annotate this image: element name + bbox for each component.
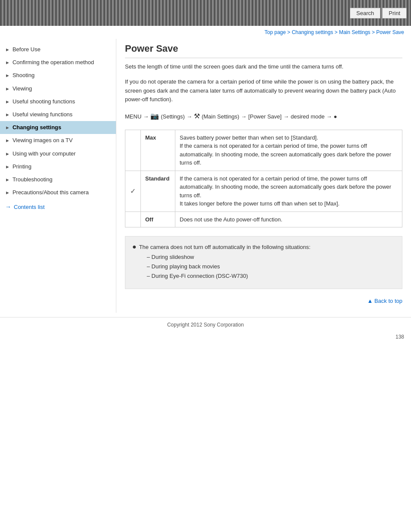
chevron-right-icon: ► (5, 112, 10, 118)
settings-table: Max Saves battery power better than when… (125, 130, 402, 228)
main-layout: ► Before Use ► Confirming the operation … (0, 39, 411, 313)
content-area: Power Save Sets the length of time until… (116, 39, 411, 313)
description-1: Sets the length of time until the screen… (125, 62, 402, 72)
table-row-standard: ✓ Standard If the camera is not operated… (125, 171, 402, 212)
list-item: During playing back movies (147, 262, 311, 271)
contents-list-link[interactable]: → Contents list (0, 199, 116, 215)
print-button[interactable]: Print (382, 8, 407, 19)
chevron-right-icon: ► (5, 86, 10, 92)
chevron-right-icon: ► (5, 47, 10, 53)
table-cell-name-max: Max (141, 130, 175, 171)
breadcrumb: Top page > Changing settings > Main Sett… (0, 26, 411, 39)
sidebar-item-using-computer[interactable]: ► Using with your computer (0, 147, 116, 160)
footer: Copyright 2012 Sony Corporation (0, 317, 411, 332)
table-cell-name-off: Off (141, 212, 175, 227)
copyright: Copyright 2012 Sony Corporation (167, 322, 244, 328)
sidebar-item-useful-shooting[interactable]: ► Useful shooting functions (0, 95, 116, 108)
chevron-right-icon: ► (5, 124, 10, 131)
sidebar: ► Before Use ► Confirming the operation … (0, 39, 116, 313)
table-cell-icon-standard: ✓ (125, 171, 141, 212)
breadcrumb-top-page[interactable]: Top page (265, 29, 286, 35)
chevron-right-icon: ► (5, 177, 10, 183)
sidebar-item-before-use[interactable]: ► Before Use (0, 43, 116, 56)
chevron-right-icon: ► (5, 190, 10, 196)
chevron-right-icon: ► (5, 151, 10, 157)
header-buttons: Search Print (350, 8, 407, 19)
sidebar-item-precautions[interactable]: ► Precautions/About this camera (0, 186, 116, 199)
table-row-off: Off Does not use the Auto power-off func… (125, 212, 402, 227)
breadcrumb-power-save[interactable]: Power Save (376, 29, 404, 35)
list-item: During slideshow (147, 252, 311, 262)
sidebar-item-changing-settings[interactable]: ► Changing settings (0, 121, 116, 134)
table-cell-desc-max: Saves battery power better than when set… (175, 130, 402, 171)
chevron-right-icon: ► (5, 99, 10, 105)
list-item: During Eye-Fi connection (DSC-W730) (147, 271, 311, 281)
back-to-top-link[interactable]: ▲ Back to top (367, 298, 402, 304)
sidebar-item-troubleshooting[interactable]: ► Troubleshooting (0, 173, 116, 186)
chevron-right-icon: ► (5, 72, 10, 79)
note-box: ● The camera does not turn off automatic… (125, 236, 402, 289)
note-sub-list: During slideshow During playing back mov… (147, 252, 311, 281)
menu-path: MENU → 📷 (Settings) → ⚒ (Main Settings) … (125, 110, 402, 123)
page-title: Power Save (125, 43, 402, 58)
arrow-right-icon: → (5, 203, 11, 210)
breadcrumb-changing-settings[interactable]: Changing settings (292, 29, 333, 35)
page-number: 138 (0, 332, 411, 342)
sidebar-item-confirming[interactable]: ► Confirming the operation method (0, 56, 116, 69)
table-cell-desc-off: Does not use the Auto power-off function… (175, 212, 402, 227)
back-to-top[interactable]: ▲ Back to top (125, 298, 402, 304)
checkmark-icon: ✓ (130, 187, 136, 195)
chevron-right-icon: ► (5, 59, 10, 66)
main-settings-icon: ⚒ (194, 110, 200, 123)
header: Search Print (0, 0, 411, 26)
chevron-right-icon: ► (5, 164, 10, 170)
bullet-icon: ● (132, 243, 137, 251)
contents-list-label: Contents list (14, 204, 45, 210)
sidebar-item-viewing[interactable]: ► Viewing (0, 82, 116, 95)
table-cell-desc-standard: If the camera is not operated for a cert… (175, 171, 402, 212)
sidebar-item-useful-viewing[interactable]: ► Useful viewing functions (0, 108, 116, 121)
table-cell-name-standard: Standard (141, 171, 175, 212)
settings-icon: 📷 (150, 110, 159, 123)
breadcrumb-main-settings[interactable]: Main Settings (339, 29, 371, 35)
sidebar-item-viewing-tv[interactable]: ► Viewing images on a TV (0, 134, 116, 147)
chevron-right-icon: ► (5, 137, 10, 144)
table-row-max: Max Saves battery power better than when… (125, 130, 402, 171)
description-2: If you do not operate the camera for a c… (125, 78, 402, 104)
note-intro: The camera does not turn off automatical… (139, 244, 311, 250)
table-cell-icon-off (125, 212, 141, 227)
sidebar-item-printing[interactable]: ► Printing (0, 160, 116, 173)
search-button[interactable]: Search (350, 8, 380, 19)
table-cell-icon-max (125, 130, 141, 171)
sidebar-item-shooting[interactable]: ► Shooting (0, 69, 116, 82)
